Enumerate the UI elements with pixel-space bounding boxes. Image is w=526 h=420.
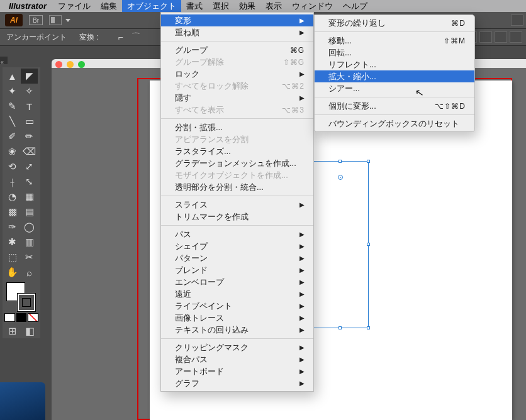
width-tool[interactable]: ⟊ [4,174,21,189]
mi-gradient-mesh[interactable]: グラデーションメッシュを作成... [161,157,313,169]
mi-clip-mask[interactable]: クリッピングマスク▶ [161,341,313,353]
mi-graph[interactable]: グラフ▶ [161,377,313,389]
app-name[interactable]: Illustrator [9,1,47,11]
handle-tr[interactable] [367,160,370,163]
change-screen-icon[interactable]: ◧ [25,325,35,337]
mi-expand[interactable]: 分割・拡張... [161,121,313,133]
lasso-tool[interactable]: ✧ [21,84,38,99]
fill-stroke-swatch[interactable] [5,282,38,310]
menu-object[interactable]: オブジェクト [122,0,181,12]
mi-group[interactable]: グループ⌘G [161,44,313,56]
screen-mode-icon[interactable]: ⊞ [8,325,16,337]
menu-type[interactable]: 書式 [181,0,208,12]
mi-pattern[interactable]: パターン▶ [161,252,313,264]
bridge-icon[interactable]: Br [29,15,43,25]
convert-corner-icon[interactable]: ⌐ [115,31,126,43]
none-mode-icon[interactable] [28,313,38,322]
menu-select[interactable]: 選択 [208,0,234,12]
mi-move[interactable]: 移動...⇧⌘M [315,35,474,47]
mi-scale[interactable]: 拡大・縮小... [315,70,474,82]
mi-artboards[interactable]: アートボード▶ [161,365,313,377]
eraser-tool[interactable]: ⌫ [21,144,38,159]
mi-envelope[interactable]: エンベロープ▶ [161,276,313,288]
paintbrush-tool[interactable]: ✐ [4,129,21,144]
mi-flatten[interactable]: 透明部分を分割・統合... [161,181,313,193]
menu-effect[interactable]: 効果 [234,0,260,12]
scale-tool[interactable]: ⤢ [21,159,38,174]
mi-reflect[interactable]: リフレクト... [315,58,474,70]
mi-hide[interactable]: 隠す▶ [161,92,313,104]
pen-tool[interactable]: ✎ [4,99,21,114]
mi-transform-again[interactable]: 変形の繰り返し⌘D [315,17,474,29]
mi-compound[interactable]: 複合パス▶ [161,353,313,365]
pencil-tool[interactable]: ✏ [21,129,38,144]
blend-tool[interactable]: ◯ [21,219,38,235]
mi-image-trace[interactable]: 画像トレース▶ [161,312,313,324]
mi-path[interactable]: パス▶ [161,228,313,240]
mi-reset-bounding-box[interactable]: バウンディングボックスのリセット [315,118,474,130]
object-menu: 変形▶ 重ね順▶ グループ⌘G グループ解除⇧⌘G ロック▶ すべてをロック解除… [160,12,314,392]
convert-smooth-icon[interactable]: ⌒ [130,31,142,43]
mi-lock[interactable]: ロック▶ [161,68,313,80]
mi-shear[interactable]: シアー... [315,82,474,94]
selected-rectangle[interactable] [312,161,369,328]
close-icon[interactable] [55,61,62,68]
slice-tool[interactable]: ✂ [21,250,38,265]
selection-tool[interactable]: ▲ [4,69,21,84]
frame-btn-4[interactable] [511,14,523,26]
arrange-documents-icon[interactable] [49,15,62,25]
magic-wand-tool[interactable]: ✦ [4,84,21,99]
hand-tool[interactable]: ✋ [4,265,21,280]
zoom-tool[interactable]: ⌕ [21,265,38,280]
mi-trim-marks[interactable]: トリムマークを作成 [161,211,313,223]
artboard-tool[interactable]: ⬚ [4,250,21,265]
shape-builder-tool[interactable]: ◔ [4,189,21,204]
arrange-documents-dropdown-icon[interactable] [65,19,70,22]
stroke-swatch-icon[interactable] [18,294,35,311]
handle-mr[interactable] [367,243,370,246]
menu-help[interactable]: ヘルプ [338,0,372,12]
perspective-tool[interactable]: ▦ [21,189,38,204]
mi-transform[interactable]: 変形▶ [161,14,313,26]
mi-transform-each[interactable]: 個別に変形...⌥⇧⌘D [315,100,474,112]
mi-rotate[interactable]: 回転... [315,47,474,58]
rectangle-tool[interactable]: ▭ [21,114,38,129]
menu-view[interactable]: 表示 [260,0,287,12]
handle-bm[interactable] [339,326,342,329]
mi-shape[interactable]: シェイプ▶ [161,240,313,252]
mi-live-paint[interactable]: ライブペイント▶ [161,300,313,312]
handle-tm[interactable] [339,160,342,163]
eyedropper-tool[interactable]: ✑ [4,219,21,235]
mi-rasterize[interactable]: ラスタライズ... [161,145,313,157]
direct-selection-tool[interactable]: ◤ [21,69,38,84]
menu-file[interactable]: ファイル [53,0,96,12]
ctrl-btn-5[interactable] [510,31,522,43]
mi-slice[interactable]: スライス▶ [161,199,313,211]
mi-text-wrap[interactable]: テキストの回り込み▶ [161,324,313,336]
minimize-icon[interactable] [67,61,74,68]
line-tool[interactable]: ╲ [4,114,21,129]
graph-tool[interactable]: ▥ [21,235,38,250]
type-tool[interactable]: T [21,99,38,114]
gradient-mode-icon[interactable] [16,313,27,322]
mi-perspective[interactable]: 遠近▶ [161,288,313,300]
selection-type-label: アンカーポイント [6,32,67,43]
blob-brush-tool[interactable]: ❀ [4,144,21,159]
panel-collapse-icon[interactable] [0,57,8,64]
menu-edit[interactable]: 編集 [96,0,122,12]
zoom-icon[interactable] [78,61,85,68]
ctrl-btn-3[interactable] [479,31,492,43]
mi-expand-appear: アピアランスを分割 [161,133,313,145]
mesh-tool[interactable]: ▩ [4,204,21,219]
handle-br[interactable] [367,326,370,329]
gradient-tool[interactable]: ▤ [21,204,38,219]
color-mode-icon[interactable] [4,313,15,322]
free-transform-tool[interactable]: ⤡ [21,174,38,189]
menu-window[interactable]: ウィンドウ [287,0,338,12]
symbol-spray-tool[interactable]: ✱ [4,235,21,250]
mi-blend[interactable]: ブレンド▶ [161,264,313,276]
rotate-tool[interactable]: ⟲ [4,159,21,174]
mi-show-all: すべてを表示⌥⌘3 [161,104,313,116]
mi-arrange[interactable]: 重ね順▶ [161,26,313,38]
ctrl-btn-4[interactable] [495,31,507,43]
